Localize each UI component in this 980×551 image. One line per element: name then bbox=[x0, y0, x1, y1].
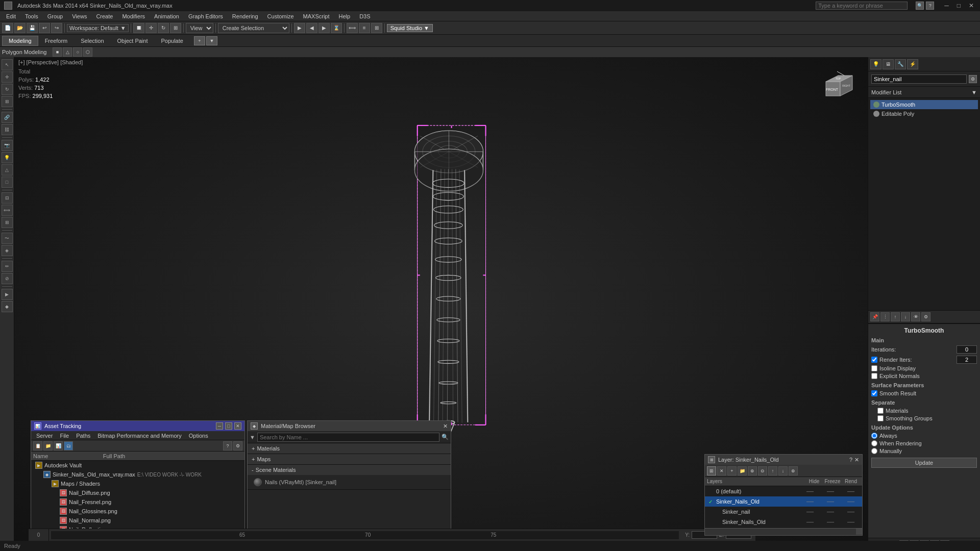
lp-light-btn[interactable]: 💡 bbox=[2, 152, 13, 163]
ld-h-scrollbar[interactable] bbox=[705, 529, 856, 535]
menu-rendering[interactable]: Rendering bbox=[228, 12, 262, 20]
at-tb-settings[interactable]: ⚙ bbox=[233, 441, 242, 450]
menu-views[interactable]: Views bbox=[68, 12, 91, 20]
ld-tb-merge[interactable]: ⊕ bbox=[789, 466, 798, 475]
mod-show-btn[interactable]: 👁 bbox=[911, 312, 920, 321]
tab-object-paint[interactable]: Object Paint bbox=[111, 36, 155, 46]
at-node-vault[interactable]: ▶ Autodesk Vault bbox=[31, 461, 244, 470]
save-btn[interactable]: 💾 bbox=[27, 23, 38, 33]
prev-frame-btn[interactable]: ◀ bbox=[306, 23, 317, 33]
lp-surface-btn[interactable]: ◈ bbox=[2, 245, 13, 256]
at-tree[interactable]: ▶ Autodesk Vault ◆ Sinker_Nails_Old_max_… bbox=[31, 461, 244, 531]
poly-tool-1[interactable]: ■ bbox=[53, 47, 62, 57]
at-close-btn[interactable]: ✕ bbox=[234, 422, 241, 430]
menu-graph-editors[interactable]: Graph Editors bbox=[184, 12, 227, 20]
viewport[interactable]: [+] [Perspective] [Shaded] Total Polys: … bbox=[14, 57, 868, 551]
ld-tb-add[interactable]: + bbox=[727, 466, 737, 475]
minimize-button[interactable]: ─ bbox=[942, 2, 951, 9]
squid-studio-btn[interactable]: Squid Studio ▼ bbox=[387, 24, 433, 32]
modifier-editpoly[interactable]: Editable Poly bbox=[870, 109, 978, 118]
maximize-button[interactable]: □ bbox=[955, 2, 963, 9]
rp-icon-light[interactable]: 💡 bbox=[870, 59, 881, 69]
mod-up-btn[interactable]: ↑ bbox=[891, 312, 900, 321]
lp-paint-btn[interactable]: ✏ bbox=[2, 261, 13, 272]
lp-move-btn[interactable]: ✛ bbox=[2, 71, 13, 83]
lp-shape-btn[interactable]: △ bbox=[2, 164, 13, 176]
at-node-sinker[interactable]: ◆ Sinker_Nails_Old_max_vray.max E:\ VIDE… bbox=[31, 470, 244, 479]
menu-maxscript[interactable]: MAXScript bbox=[299, 12, 334, 20]
ld-tb-up[interactable]: ↑ bbox=[768, 466, 777, 475]
at-node-maps[interactable]: ▶ Maps / Shaders bbox=[31, 479, 244, 488]
mb-close-btn[interactable]: ✕ bbox=[443, 423, 448, 430]
at-tb-2[interactable]: 📁 bbox=[43, 441, 53, 450]
next-frame-btn[interactable]: ▶ bbox=[318, 23, 330, 33]
mb-search-btn[interactable]: 🔍 bbox=[442, 434, 449, 440]
ts-render-iters-input[interactable] bbox=[957, 356, 977, 364]
layer-item-3[interactable]: Sinker_Nails_Old ── ── ── bbox=[705, 517, 862, 527]
close-button[interactable]: ✕ bbox=[967, 2, 976, 9]
rp-icon-display[interactable]: 🖥 bbox=[883, 59, 894, 69]
workspace-dropdown[interactable]: Workspace: Default ▼ bbox=[67, 24, 129, 32]
at-node-glossines[interactable]: 🖼 Nail_Glossines.png bbox=[31, 507, 244, 516]
timeline-track[interactable]: 65 70 75 bbox=[51, 531, 679, 539]
lp-geo-btn[interactable]: □ bbox=[2, 177, 13, 188]
ld-close-btn[interactable]: ✕ bbox=[854, 457, 859, 463]
lp-select-btn[interactable]: ↖ bbox=[2, 59, 13, 70]
ts-when-rendering-radio[interactable] bbox=[871, 440, 877, 446]
update-button[interactable]: Update bbox=[871, 458, 977, 468]
tab-settings-btn[interactable]: + bbox=[194, 36, 205, 45]
mod-config-btn[interactable]: ⚙ bbox=[921, 312, 930, 321]
menu-group[interactable]: Group bbox=[43, 12, 67, 20]
tab-arrow-btn[interactable]: ▼ bbox=[206, 36, 217, 45]
mb-materials-header[interactable]: + Materials bbox=[248, 443, 451, 454]
nav-cube[interactable]: FRONT RIGHT TOP bbox=[817, 67, 857, 108]
lp-material-btn[interactable]: ◆ bbox=[2, 301, 13, 312]
redo-btn[interactable]: ↪ bbox=[51, 23, 62, 33]
mirror-btn[interactable]: ⟺ bbox=[347, 23, 358, 33]
tab-modeling[interactable]: Modeling bbox=[2, 36, 38, 46]
move-btn[interactable]: ✛ bbox=[145, 23, 157, 33]
poly-tool-4[interactable]: ⬡ bbox=[83, 47, 92, 57]
at-maximize-btn[interactable]: □ bbox=[225, 422, 232, 430]
key-mode-btn[interactable]: ⌛ bbox=[331, 23, 342, 33]
layer-item-0[interactable]: 0 (default) ── ── ── bbox=[705, 486, 862, 496]
at-menu-paths[interactable]: Paths bbox=[73, 432, 93, 439]
lp-array-btn[interactable]: ⊞ bbox=[2, 217, 13, 228]
mb-search-input[interactable] bbox=[257, 433, 439, 442]
layer-item-2[interactable]: Sinker_nail ── ── ── bbox=[705, 507, 862, 517]
ld-tb-folder[interactable]: 📁 bbox=[738, 466, 747, 475]
mod-down-btn[interactable]: ↓ bbox=[901, 312, 910, 321]
ld-tb-down[interactable]: ↓ bbox=[778, 466, 788, 475]
lp-rotate-btn[interactable]: ↻ bbox=[2, 84, 13, 95]
undo-btn[interactable]: ↩ bbox=[39, 23, 50, 33]
ts-render-iters-check[interactable] bbox=[871, 357, 877, 363]
tab-freeform[interactable]: Freeform bbox=[38, 36, 75, 46]
lp-unlink-btn[interactable]: ⛓ bbox=[2, 124, 13, 135]
at-node-fresnel[interactable]: 🖼 Nail_Fresnel.png bbox=[31, 497, 244, 507]
align-btn[interactable]: ≡ bbox=[359, 23, 370, 33]
search-input[interactable] bbox=[816, 2, 908, 10]
at-menu-options[interactable]: Options bbox=[186, 432, 211, 439]
menu-create[interactable]: Create bbox=[92, 12, 117, 20]
lp-link-btn[interactable]: 🔗 bbox=[2, 112, 13, 123]
at-tb-help[interactable]: ? bbox=[223, 441, 232, 450]
lp-mirror-btn[interactable]: ⟺ bbox=[2, 205, 13, 216]
lp-camera-btn[interactable]: 📷 bbox=[2, 140, 13, 151]
at-tb-1[interactable]: 📋 bbox=[33, 441, 42, 450]
lp-bone-btn[interactable]: ⊘ bbox=[2, 273, 13, 284]
ld-tb-expand[interactable]: ⊕ bbox=[748, 466, 757, 475]
mod-delete-btn[interactable]: ⋮ bbox=[880, 312, 890, 321]
ts-isoline-check[interactable] bbox=[871, 365, 877, 371]
ld-tb-collapse[interactable]: ⊖ bbox=[758, 466, 767, 475]
play-anim-btn[interactable]: ▶ bbox=[294, 23, 305, 33]
tab-selection[interactable]: Selection bbox=[74, 36, 110, 46]
new-btn[interactable]: 📄 bbox=[2, 23, 13, 33]
ts-smooth-result-check[interactable] bbox=[871, 390, 877, 396]
menu-animation[interactable]: Animation bbox=[150, 12, 183, 20]
ld-scrollbars[interactable] bbox=[705, 528, 862, 535]
help-icon[interactable]: ? bbox=[926, 2, 934, 10]
menu-customize[interactable]: Customize bbox=[263, 12, 298, 20]
at-menu-bitmap[interactable]: Bitmap Performance and Memory bbox=[94, 432, 184, 439]
at-menu-server[interactable]: Server bbox=[33, 432, 56, 439]
modifier-turbosm[interactable]: TurboSmooth bbox=[870, 100, 978, 109]
